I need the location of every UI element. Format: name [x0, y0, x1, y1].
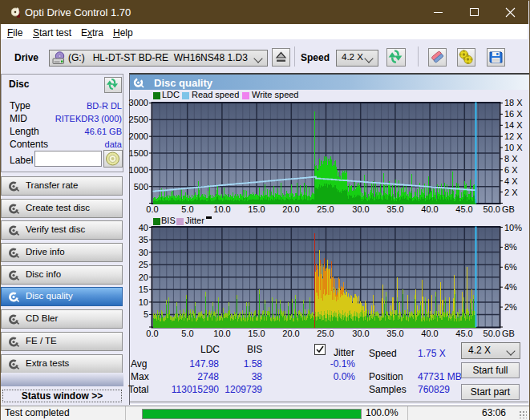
- svg-text:8%: 8%: [504, 242, 517, 252]
- svg-text:10%: 10%: [504, 223, 522, 232]
- svg-text:30: 30: [139, 248, 148, 257]
- svg-text:35.0: 35.0: [386, 329, 403, 338]
- svg-text:2%: 2%: [504, 302, 517, 312]
- svg-text:25: 25: [139, 260, 148, 269]
- svg-text:20.0: 20.0: [282, 329, 299, 338]
- svg-text:5.0: 5.0: [181, 329, 193, 338]
- svg-text:6%: 6%: [504, 262, 517, 272]
- svg-text:40: 40: [139, 223, 148, 232]
- svg-text:35: 35: [139, 235, 148, 244]
- svg-text:45.0: 45.0: [455, 329, 472, 338]
- svg-text:40.0: 40.0: [421, 329, 438, 338]
- svg-text:10: 10: [139, 297, 148, 307]
- svg-text:0.0: 0.0: [146, 329, 158, 338]
- svg-text:GB: GB: [502, 329, 515, 338]
- svg-text:25.0: 25.0: [317, 329, 334, 338]
- svg-text:5: 5: [144, 309, 148, 319]
- svg-text:4%: 4%: [504, 282, 517, 292]
- svg-text:50.0: 50.0: [483, 329, 500, 338]
- svg-text:15: 15: [139, 285, 148, 294]
- svg-text:15.0: 15.0: [248, 329, 265, 338]
- svg-text:10.0: 10.0: [213, 329, 230, 338]
- svg-text:30.0: 30.0: [352, 329, 369, 338]
- svg-text:20: 20: [139, 273, 148, 282]
